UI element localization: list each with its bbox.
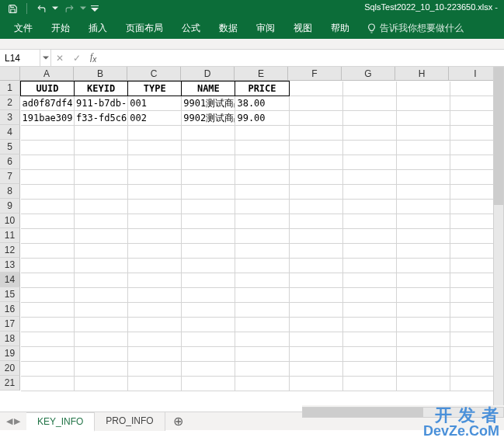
tell-me-search[interactable]: 告诉我你想要做什么 xyxy=(359,22,464,35)
cell[interactable] xyxy=(289,185,342,200)
cell[interactable] xyxy=(75,259,128,273)
add-sheet-button[interactable]: ⊕ xyxy=(165,414,191,429)
row-header[interactable]: 5 xyxy=(0,140,20,155)
cell[interactable] xyxy=(182,229,235,244)
name-box-dropdown[interactable] xyxy=(40,50,51,66)
row-header[interactable]: 6 xyxy=(0,155,20,169)
cell[interactable] xyxy=(21,318,75,332)
cell[interactable] xyxy=(235,170,289,185)
cell[interactable] xyxy=(182,318,235,332)
confirm-icon[interactable]: ✓ xyxy=(68,53,85,64)
cell[interactable] xyxy=(128,318,182,332)
cell[interactable] xyxy=(75,155,128,170)
cell[interactable] xyxy=(235,200,289,214)
cell[interactable] xyxy=(289,155,342,170)
column-header[interactable]: B xyxy=(74,67,127,81)
cell[interactable] xyxy=(289,377,342,391)
cell[interactable] xyxy=(289,170,342,185)
row-header[interactable]: 17 xyxy=(0,317,20,332)
cell[interactable] xyxy=(396,303,450,318)
cell[interactable]: 191bae309 xyxy=(21,111,75,126)
cell[interactable] xyxy=(342,259,396,273)
vertical-scrollbar[interactable] xyxy=(493,67,504,411)
cell[interactable] xyxy=(75,244,128,259)
cell[interactable] xyxy=(182,126,235,141)
cell[interactable] xyxy=(289,332,342,347)
cell[interactable] xyxy=(396,185,450,200)
cell[interactable] xyxy=(21,377,75,391)
cell[interactable] xyxy=(182,288,235,303)
cell[interactable] xyxy=(21,332,75,347)
column-header[interactable]: D xyxy=(181,67,235,81)
cell[interactable] xyxy=(21,229,75,244)
cell[interactable] xyxy=(235,244,289,259)
cell[interactable] xyxy=(21,170,75,185)
cell[interactable] xyxy=(396,347,450,362)
cell[interactable] xyxy=(396,318,450,332)
cell[interactable] xyxy=(235,273,289,288)
cell[interactable] xyxy=(342,111,396,126)
cell[interactable] xyxy=(182,155,235,170)
undo-icon[interactable] xyxy=(35,2,47,15)
cell[interactable]: PRICE xyxy=(235,82,289,96)
cell[interactable] xyxy=(396,229,450,244)
cell[interactable] xyxy=(342,332,396,347)
cell[interactable] xyxy=(75,214,128,229)
cell[interactable]: KEYID xyxy=(75,82,128,96)
cell[interactable] xyxy=(128,347,182,362)
cell[interactable] xyxy=(128,303,182,318)
row-header[interactable]: 3 xyxy=(0,110,20,125)
cell[interactable] xyxy=(128,185,182,200)
cell[interactable] xyxy=(182,273,235,288)
cell[interactable]: 9902测试商品- xyxy=(182,111,235,126)
cell[interactable] xyxy=(396,377,450,391)
cell[interactable] xyxy=(128,229,182,244)
cell[interactable] xyxy=(396,288,450,303)
cell[interactable] xyxy=(21,244,75,259)
row-header[interactable]: 8 xyxy=(0,184,20,199)
row-header[interactable]: 21 xyxy=(0,376,20,391)
cell[interactable] xyxy=(396,126,450,141)
cell[interactable] xyxy=(289,214,342,229)
cell[interactable]: 002 xyxy=(128,111,182,126)
chevron-down-icon[interactable] xyxy=(80,2,86,15)
row-header[interactable]: 13 xyxy=(0,258,20,273)
cell[interactable] xyxy=(289,200,342,214)
cell[interactable] xyxy=(182,244,235,259)
cell[interactable] xyxy=(235,185,289,200)
column-header[interactable]: A xyxy=(20,67,74,81)
cell[interactable] xyxy=(21,200,75,214)
cell[interactable] xyxy=(342,96,396,111)
cell[interactable] xyxy=(342,170,396,185)
column-header[interactable]: E xyxy=(235,67,288,81)
row-header[interactable]: 12 xyxy=(0,243,20,258)
cell[interactable] xyxy=(128,214,182,229)
cell[interactable] xyxy=(21,185,75,200)
select-all-corner[interactable] xyxy=(0,67,20,81)
cell[interactable] xyxy=(128,200,182,214)
column-header[interactable]: H xyxy=(395,67,449,81)
cell[interactable] xyxy=(342,377,396,391)
cell[interactable] xyxy=(75,185,128,200)
cell[interactable] xyxy=(182,259,235,273)
cell[interactable] xyxy=(75,288,128,303)
cell[interactable]: 911-b7db- xyxy=(75,96,128,111)
cell[interactable] xyxy=(128,332,182,347)
ribbon-tab-insert[interactable]: 插入 xyxy=(79,17,116,40)
cell[interactable] xyxy=(21,141,75,155)
column-header[interactable]: F xyxy=(288,67,342,81)
cell[interactable] xyxy=(75,273,128,288)
row-header[interactable]: 7 xyxy=(0,169,20,184)
sheet-tab[interactable]: KEY_INFO xyxy=(26,412,95,432)
cell[interactable] xyxy=(21,347,75,362)
cell[interactable]: TYPE xyxy=(128,82,182,96)
cell[interactable] xyxy=(128,141,182,155)
cell[interactable] xyxy=(128,273,182,288)
cell[interactable] xyxy=(182,362,235,377)
cell[interactable] xyxy=(235,347,289,362)
cell[interactable] xyxy=(396,332,450,347)
cell[interactable] xyxy=(75,347,128,362)
cell[interactable] xyxy=(289,141,342,155)
ribbon-tab-file[interactable]: 文件 xyxy=(5,17,42,40)
cell[interactable] xyxy=(235,377,289,391)
